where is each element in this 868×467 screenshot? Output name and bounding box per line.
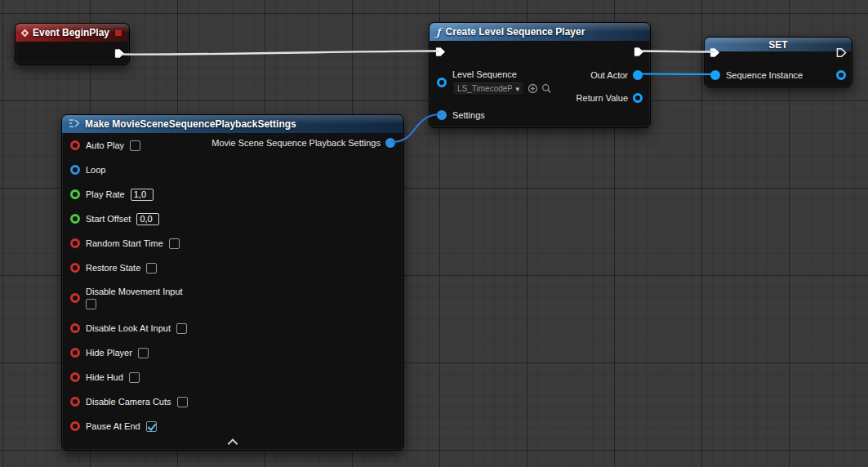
pin-label: Start Offset [86,214,131,224]
struct-input-row: Auto Play [70,133,340,158]
level-sequence-asset-dropdown[interactable]: LS_TimecodePr ▾ [452,82,524,96]
struct-input-row: Disable Movement Input [70,280,340,316]
struct-input-row: Play Rate [70,182,340,207]
node-title: Make MovieSceneSequencePlaybackSettings [85,118,296,130]
play-rate-pin[interactable] [70,189,80,199]
struct-input-row: Disable Look At Input [70,316,340,340]
playback-settings-out-pin[interactable] [385,138,395,148]
pin-label: Random Start Time [86,238,163,248]
pin-label: Restore State [86,263,140,273]
return-value-pin[interactable] [633,93,643,103]
play-rate-field[interactable] [131,189,154,201]
node-title: Create Level Sequence Player [446,26,585,38]
pin-label: Level Sequence [452,69,517,79]
exec-out-pin[interactable] [634,47,644,57]
hide-hud-checkbox[interactable] [129,372,140,383]
restore-state-checkbox[interactable] [146,263,157,274]
use-selected-asset-icon[interactable] [527,83,538,94]
chevron-up-icon [228,438,238,449]
node-title: SET [768,39,787,51]
node-make-playback-settings[interactable]: Make MovieSceneSequencePlaybackSettings … [61,114,404,451]
start-offset-field[interactable] [136,213,159,225]
chevron-down-icon: ▾ [515,85,519,93]
exec-out-pin[interactable] [114,48,125,59]
node-title: Event BeginPlay [33,27,109,38]
event-icon [21,29,29,37]
struct-input-row: Disable Camera Cuts [70,389,340,414]
disable-movement-input-pin[interactable] [70,293,80,303]
struct-input-row: Hide Hud [70,365,340,389]
pin-label: Disable Movement Input [86,287,183,296]
node-set-sequence-instance[interactable]: SET Sequence Instance [704,37,852,87]
pin-label: Pause At End [86,421,140,431]
node-create-level-sequence-player[interactable]: ƒ Create Level Sequence Player Level Seq… [429,22,651,128]
hide-hud-pin[interactable] [70,372,80,382]
pin-label: Return Value [576,93,628,103]
wire-beginplay-to-create[interactable] [120,51,439,55]
struct-input-row: Loop [70,158,340,182]
disable-look-at-input-checkbox[interactable] [176,323,187,334]
node-header[interactable]: SET [705,38,852,51]
restore-state-pin[interactable] [70,263,80,273]
struct-input-row: Hide Player [70,340,340,365]
disable-look-at-input-pin[interactable] [70,323,80,333]
out-actor-pin[interactable] [633,70,643,80]
struct-input-row: Random Start Time [70,231,340,256]
pin-label: Auto Play [86,140,124,150]
exec-in-pin[interactable] [710,47,720,58]
set-output-pin[interactable] [836,70,846,80]
selected-asset-name: LS_TimecodePr [457,84,512,93]
random-start-time-pin[interactable] [70,238,80,248]
function-icon: ƒ [436,26,441,38]
node-header[interactable]: Event BeginPlay [16,24,129,42]
pin-label: Out Actor [590,70,628,80]
make-struct-icon [69,118,80,131]
disable-camera-cuts-checkbox[interactable] [177,397,188,407]
pin-label: Disable Camera Cuts [86,397,171,407]
pin-label: Hide Player [86,348,132,358]
struct-input-row: Pause At End [70,414,340,438]
exec-in-pin[interactable] [435,47,446,57]
disable-movement-input-checkbox[interactable] [86,299,96,309]
settings-pin[interactable] [437,110,447,120]
collapse-node-button[interactable] [229,440,237,447]
sequence-instance-pin[interactable] [710,70,720,80]
level-sequence-pin[interactable] [437,78,447,87]
hide-player-pin[interactable] [70,348,80,358]
auto-play-checkbox[interactable] [130,140,140,151]
start-offset-pin[interactable] [70,214,80,224]
browse-asset-icon[interactable] [541,83,552,94]
random-start-time-checkbox[interactable] [169,238,180,249]
pause-at-end-checkbox[interactable] [146,421,157,432]
node-header[interactable]: Make MovieSceneSequencePlaybackSettings [62,115,403,133]
pin-label: Play Rate [86,189,125,199]
hide-player-checkbox[interactable] [138,348,149,358]
auto-play-pin[interactable] [70,140,80,150]
pin-label: Hide Hud [86,372,123,382]
pin-label: Loop [86,165,105,175]
exec-out-pin[interactable] [836,47,847,58]
pin-label: Disable Look At Input [86,323,171,333]
pause-at-end-pin[interactable] [70,421,80,431]
node-event-beginplay[interactable]: Event BeginPlay [15,23,130,65]
node-header[interactable]: ƒ Create Level Sequence Player [430,23,650,41]
struct-input-row: Start Offset [70,207,340,231]
pin-label: Sequence Instance [726,70,803,80]
disable-camera-cuts-pin[interactable] [70,397,80,407]
pin-label: Settings [452,110,485,120]
loop-pin[interactable] [70,165,80,175]
event-delegate-pin[interactable] [114,29,122,37]
struct-input-row: Restore State [70,256,340,280]
blueprint-graph-canvas[interactable]: Event BeginPlay ƒ Create Level Sequence … [0,0,868,467]
